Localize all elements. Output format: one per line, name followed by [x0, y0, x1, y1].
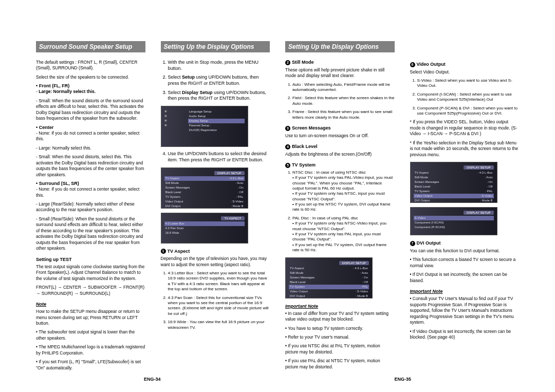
span: Small: When the sound distorts or the su… [36, 98, 144, 121]
page-number-right: ENG-35 [394, 377, 411, 382]
num-icon: 1 [161, 249, 166, 254]
text: Select the size of the speakers to be co… [36, 74, 145, 80]
heading-test: Setting up TEST [36, 257, 145, 262]
text: Large (Rear/Side): Normally select eithe… [36, 201, 145, 213]
screenshot-setup-menu: ▣▣▣▣ Language Setup Audio Setup Display … [161, 106, 248, 147]
manual-spread: Surround Sound Speaker Setup The default… [0, 0, 555, 389]
heading-stillmode: 2Still Mode [285, 60, 395, 65]
li: 4:3 Pan Scan : Select this for conventio… [168, 295, 270, 317]
column-1: Surround Sound Speaker Setup The default… [36, 41, 145, 374]
text: If you set Front (L, R) "Small", LFE(Sub… [36, 359, 145, 371]
li: 16:9 Wide : You can view the full 16:9 p… [168, 320, 270, 330]
num-icon: 2 [285, 60, 290, 65]
text: The subwoofer test output signal is lowe… [36, 329, 145, 341]
text: If you use NTSC disc at PAL TV system, m… [285, 343, 395, 355]
screenshot-tvaspect: TV ASPECT 4:3 Letter Box 4:3 Pan Scan 16… [161, 213, 248, 244]
heading-blacklevel: 4Black Level [285, 144, 395, 150]
text: Consult your TV User's Manual to find ou… [410, 296, 520, 325]
text: Depending on the type of television you … [161, 256, 270, 268]
tvaspect-list: 4:3 Letter Box : Select when you want to… [161, 271, 270, 330]
steps-list-2: Use the UP/DOWN buttons to select the de… [161, 151, 270, 163]
test-chain: FRONT(L) → CENTER → SUBWOOFER → FRONT(R)… [36, 285, 145, 296]
text: If DVI Output is set incorrectly, the sc… [410, 272, 520, 284]
column-2: Setting Up the Display Options With the … [161, 41, 270, 374]
text: Adjusts the brightness of the screen.(On… [285, 152, 395, 157]
text: Small: When the sound distorts, select t… [36, 154, 145, 178]
text: The default settings : FRONT L, R (Small… [36, 60, 145, 71]
column-3: Setting Up the Display Options 2Still Mo… [285, 41, 395, 374]
header-surround: Surround Sound Speaker Setup [36, 41, 145, 52]
text: Large: Normally select this. [36, 89, 145, 95]
still-list: Auto : When selecting Auto, Field/Frame … [285, 82, 395, 120]
heading-tvaspect: 1TV Aspect [161, 249, 270, 254]
text: The test output signals come clockwise s… [36, 264, 145, 282]
text: None: If you do not connect a center spe… [36, 186, 145, 198]
screenshot-videooutput-options: DISPLAY SETUP S-Video Component (I-SCAN)… [410, 207, 497, 235]
step-4: Use the UP/DOWN buttons to select the de… [168, 151, 270, 163]
li: NTSC Disc : In case of using NTSC disc I… [292, 170, 395, 213]
heading-front: • Front (FL, FR) [36, 83, 145, 88]
heading-important-note-2: Important Note [410, 289, 520, 294]
heading-videooutput: 6Video Output [410, 62, 520, 67]
text: If you use PAL disc at NTSC TV system, m… [285, 358, 395, 370]
screenshot-display-setup-3: DISPLAY SETUP TV Aspect: 4:3 L-Box Still… [410, 162, 497, 203]
text: If Video Output is set incorrectly, the … [410, 329, 520, 341]
column-4: 6Video Output Select Video Output. S-Vid… [410, 41, 520, 374]
screenshot-display-setup: DISPLAY SETUP TV Aspect: 4:3 L-Box Still… [161, 167, 248, 209]
header-display-1: Setting Up the Display Options [161, 41, 270, 52]
text: Small (Rear/Side): When the sound distor… [36, 216, 145, 252]
heading-important-note-1: Important Note [285, 304, 395, 309]
heading-screenmessages: 3Screen Messages [285, 125, 395, 131]
text: Refer to your TV user's manual. [285, 334, 395, 340]
header-display-2: Setting Up the Display Options [285, 41, 395, 52]
text: * If you press the VIDEO SEL. button, Vi… [410, 119, 520, 137]
heading-surround: • Surround (SL, SR) [36, 181, 145, 186]
text: The MPEG Multichannel logo is a trademar… [36, 344, 145, 356]
text: In case of differ from your TV and TV sy… [285, 311, 395, 323]
text: You can use this function to DVI output … [410, 248, 520, 254]
text: You have to setup TV system correctly. [285, 326, 395, 331]
page-number-left: ENG-34 [144, 377, 161, 382]
num-icon: 5 [285, 163, 290, 168]
text: Select Video Output. [410, 69, 520, 75]
num-icon: 4 [285, 144, 290, 150]
text: Use to turn on-screen messages On or Off… [285, 133, 395, 139]
li: 4:3 Letter Box : Select when you want to… [168, 271, 270, 292]
screenshot-display-setup-2: DISPLAY SETUP TV Aspect: 4:3 L-Box Still… [285, 257, 373, 298]
num-icon: 6 [410, 62, 415, 67]
bold: Large: Normally select this. [39, 89, 96, 94]
text: How to make the SETUP menu disappear or … [36, 309, 145, 326]
heading-dvioutput: 7DVI Output [410, 240, 520, 246]
step-1: With the unit in Stop mode, press the ME… [168, 60, 270, 71]
heading-center: • Center [36, 125, 145, 130]
steps-list: With the unit in Stop mode, press the ME… [161, 60, 270, 102]
tvsystem-list: NTSC Disc : In case of using NTSC disc I… [285, 170, 395, 253]
step-2: Select Setup using UP/DOWN buttons, then… [168, 74, 270, 86]
text: These options will help prevent picture … [285, 67, 395, 79]
li: PAL Disc : In case of using PAL disc If … [292, 216, 395, 253]
text: This function corrects a biased TV scree… [410, 257, 520, 269]
step-3: Select Display Setup using UP/DOWN butto… [168, 90, 270, 102]
text: None: If you do not connect a center spe… [36, 130, 145, 142]
text: Large: Normally select this. [36, 145, 145, 151]
heading-tvsystem: 5TV System [285, 162, 395, 168]
num-icon: 7 [410, 241, 415, 246]
text: * If the Yes/No selection in the Display… [410, 140, 520, 158]
num-icon: 3 [285, 126, 290, 131]
heading-note: Note [36, 302, 145, 307]
vo-list: S-Video : Select when you want to use Vi… [410, 78, 520, 116]
text: Small: When the sound distorts or the su… [36, 98, 145, 122]
